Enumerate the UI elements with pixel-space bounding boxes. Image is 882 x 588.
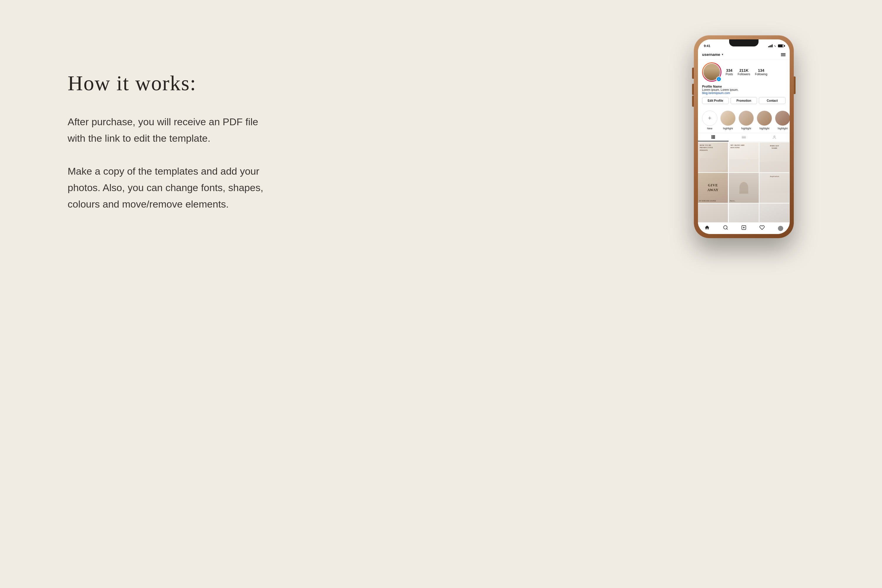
highlight-new[interactable]: + New xyxy=(702,111,717,130)
home-nav-icon[interactable] xyxy=(704,225,710,232)
profile-nav-icon[interactable] xyxy=(778,226,783,231)
highlights-row: + New highlight highlight highligh xyxy=(698,110,790,133)
giveaway-text: GiveAway xyxy=(707,183,718,192)
status-time: 9:41 xyxy=(704,44,710,48)
grid-view-tab[interactable] xyxy=(698,133,729,141)
phone-mockup: 9:41 ∿ xyxy=(694,35,800,238)
instagram-content: username ▼ xyxy=(698,50,790,234)
grid-post-5[interactable]: How to... xyxy=(729,173,759,203)
highlight-label-2: highlight xyxy=(741,127,751,130)
following-count: 134 xyxy=(758,68,764,73)
phone-notch xyxy=(729,39,759,46)
highlight-label-1: highlight xyxy=(723,127,733,130)
svg-point-0 xyxy=(774,136,775,137)
promotion-button[interactable]: Promotion xyxy=(730,97,758,104)
highlight-circle-4 xyxy=(775,111,790,126)
bio-link: blog.loremipsum.com xyxy=(702,92,786,94)
status-icons: ∿ xyxy=(768,44,784,48)
profile-stats: 334 Posts 211K Followers 134 Following xyxy=(726,68,767,76)
list-view-tab[interactable] xyxy=(729,133,759,141)
username-row: username ▼ xyxy=(702,52,723,57)
highlight-circle-1 xyxy=(720,111,736,126)
add-story-button[interactable]: + xyxy=(716,76,722,82)
bio-text: Lorem ipsum. Lorem ipsum. xyxy=(702,88,786,92)
followers-count: 211K xyxy=(740,68,748,73)
left-content: How it works: After purchase, you will r… xyxy=(68,70,267,228)
ig-header: username ▼ xyxy=(698,50,790,59)
battery-icon xyxy=(778,44,784,47)
wifi-icon: ∿ xyxy=(774,44,776,48)
contact-button[interactable]: Contact xyxy=(759,97,786,104)
list-icon xyxy=(742,136,746,139)
grid-post-1[interactable]: How to beProductivePerson xyxy=(698,142,728,172)
heart-nav-icon[interactable] xyxy=(759,225,765,232)
highlight-1[interactable]: highlight xyxy=(720,111,736,130)
posts-label: Posts xyxy=(726,73,733,76)
posts-count: 334 xyxy=(726,68,733,73)
profile-bio: Profile Name Lorem ipsum. Lorem ipsum. b… xyxy=(702,85,786,94)
posts-stat: 334 Posts xyxy=(726,68,733,76)
highlight-circle-2 xyxy=(738,111,754,126)
signal-icon xyxy=(768,44,772,47)
phone-outer-frame: 9:41 ∿ xyxy=(694,35,794,238)
profile-name: Profile Name xyxy=(702,85,786,88)
main-title: How it works: xyxy=(68,70,267,96)
paragraph-2: Make a copy of the templates and add you… xyxy=(68,163,267,212)
edit-profile-button[interactable]: Edit Profile xyxy=(702,97,729,104)
followers-label: Followers xyxy=(738,73,750,76)
avatar-wrap: + xyxy=(702,62,722,82)
highlight-circle-3 xyxy=(757,111,772,126)
posts-grid: How to beProductivePerson My SkincareRou… xyxy=(698,142,790,234)
highlight-label-3: highlight xyxy=(759,127,770,130)
tagged-tab[interactable] xyxy=(759,133,790,141)
phone-inner-screen: 9:41 ∿ xyxy=(698,39,790,234)
svg-point-1 xyxy=(723,225,727,229)
ig-username: username xyxy=(702,52,720,57)
following-stat: 134 Following xyxy=(755,68,767,76)
grid-post-2[interactable]: My SkincareRoutine xyxy=(729,142,759,172)
highlight-new-label: New xyxy=(707,127,712,130)
view-tabs xyxy=(698,133,790,142)
bottom-navigation xyxy=(698,222,790,234)
paragraph-1: After purchase, you will receive an PDF … xyxy=(68,114,267,146)
ig-profile-section: + 334 Posts 211K Followers xyxy=(698,59,790,110)
highlight-label-4: highlight xyxy=(778,127,788,130)
add-post-nav-icon[interactable] xyxy=(741,225,747,232)
grid-post-6[interactable]: Inspiration xyxy=(759,173,789,203)
highlight-2[interactable]: highlight xyxy=(738,111,754,130)
grid-post-4[interactable]: GiveAway My skincare course xyxy=(698,173,728,203)
highlight-3[interactable]: highlight xyxy=(757,111,772,130)
hamburger-menu-icon[interactable] xyxy=(781,53,786,56)
plus-icon: + xyxy=(708,115,711,122)
highlight-4[interactable]: highlight xyxy=(775,111,790,130)
grid-post-3[interactable]: PodcastName xyxy=(759,142,789,172)
highlight-new-circle: + xyxy=(702,111,717,126)
search-nav-icon[interactable] xyxy=(723,225,728,232)
tagged-icon xyxy=(772,135,777,140)
profile-top: + 334 Posts 211K Followers xyxy=(702,62,786,82)
grid-icon xyxy=(711,135,715,139)
profile-actions: Edit Profile Promotion Contact xyxy=(702,97,786,104)
chevron-down-icon: ▼ xyxy=(721,53,723,56)
followers-stat: 211K Followers xyxy=(738,68,750,76)
following-label: Following xyxy=(755,73,767,76)
